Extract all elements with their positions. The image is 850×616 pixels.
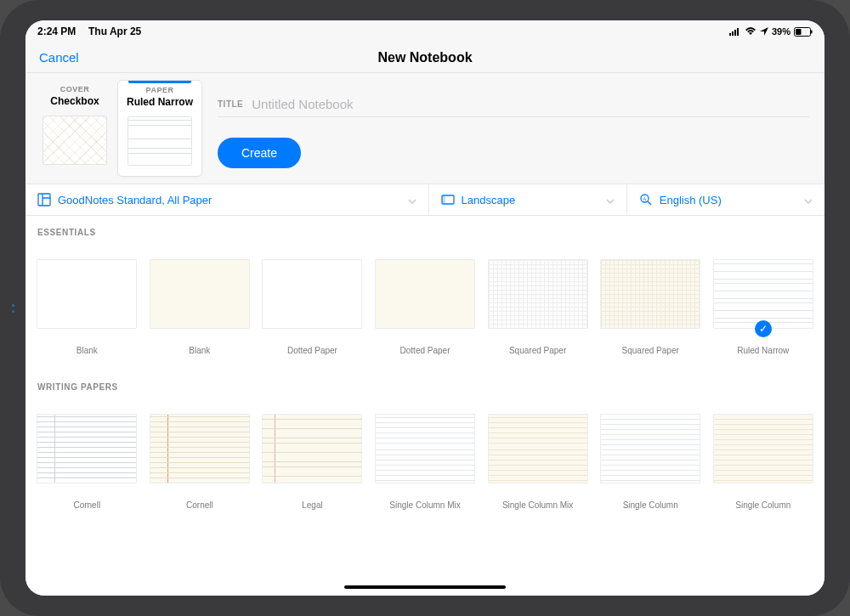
status-time: 2:24 PM bbox=[37, 25, 76, 37]
cancel-button[interactable]: Cancel bbox=[39, 50, 79, 65]
home-indicator[interactable] bbox=[344, 585, 506, 589]
svg-rect-11 bbox=[442, 195, 445, 204]
section-writing-header: WRITING PAPERS bbox=[34, 370, 816, 395]
status-bar: 2:24 PM Thu Apr 25 39% bbox=[26, 20, 824, 42]
svg-rect-2 bbox=[734, 30, 736, 36]
essentials-grid: Blank Blank Dotted Paper Dotted Paper Sq… bbox=[34, 240, 816, 355]
page-title: New Notebook bbox=[377, 50, 472, 65]
landscape-icon bbox=[441, 193, 455, 206]
language-filter[interactable]: A English (US) bbox=[627, 184, 824, 215]
cellular-icon bbox=[729, 27, 741, 36]
section-essentials-header: ESSENTIALS bbox=[34, 216, 816, 240]
nav-bar: Cancel New Notebook bbox=[26, 42, 824, 73]
chevron-down-icon bbox=[408, 194, 416, 206]
template-single-column-mix-yellow[interactable]: Single Column Mix bbox=[484, 414, 591, 510]
template-single-column-mix-white[interactable]: Single Column Mix bbox=[372, 414, 479, 510]
template-ruled-narrow[interactable]: ✓Ruled Narrow bbox=[710, 259, 816, 355]
language-icon: A bbox=[639, 193, 653, 206]
location-icon bbox=[760, 27, 768, 36]
template-dotted-white[interactable]: Dotted Paper bbox=[259, 259, 366, 355]
svg-rect-3 bbox=[737, 28, 739, 36]
template-cornell-yellow[interactable]: Cornell bbox=[147, 414, 253, 510]
battery-percent: 39% bbox=[772, 26, 790, 37]
selected-check-icon: ✓ bbox=[755, 320, 772, 337]
chevron-down-icon bbox=[606, 194, 615, 206]
paper-thumbnail bbox=[128, 116, 192, 166]
svg-line-13 bbox=[648, 201, 651, 205]
template-single-column-yellow[interactable]: Single Column bbox=[710, 414, 816, 510]
svg-rect-7 bbox=[38, 194, 50, 206]
svg-rect-1 bbox=[732, 31, 734, 36]
template-squared-yellow[interactable]: Squared Paper bbox=[598, 259, 704, 355]
create-button[interactable]: Create bbox=[218, 138, 301, 168]
paper-selector-card[interactable]: PAPER Ruled Narrow bbox=[117, 80, 202, 177]
title-label: TITLE bbox=[218, 99, 243, 109]
status-date: Thu Apr 25 bbox=[88, 25, 141, 37]
battery-icon bbox=[794, 27, 813, 37]
cover-selector-card[interactable]: COVER Checkbox bbox=[32, 80, 117, 177]
orientation-filter[interactable]: Landscape bbox=[429, 184, 627, 215]
template-cornell-white[interactable]: Cornell bbox=[34, 414, 140, 510]
template-blank-white[interactable]: Blank bbox=[34, 259, 140, 355]
svg-rect-5 bbox=[796, 29, 802, 35]
svg-rect-0 bbox=[729, 33, 731, 36]
svg-rect-6 bbox=[811, 30, 813, 33]
template-dotted-yellow[interactable]: Dotted Paper bbox=[372, 259, 479, 355]
paper-size-filter[interactable]: GoodNotes Standard, All Paper bbox=[26, 184, 429, 215]
chevron-down-icon bbox=[804, 194, 813, 206]
cover-thumbnail bbox=[42, 116, 107, 165]
template-legal[interactable]: Legal bbox=[259, 414, 366, 510]
template-blank-yellow[interactable]: Blank bbox=[147, 259, 253, 355]
template-single-column-white[interactable]: Single Column bbox=[598, 414, 704, 510]
notebook-title-input[interactable] bbox=[252, 97, 809, 111]
svg-text:A: A bbox=[643, 196, 647, 201]
template-squared-white[interactable]: Squared Paper bbox=[484, 259, 591, 355]
wifi-icon bbox=[745, 27, 756, 36]
writing-grid: Cornell Cornell Legal Single Column Mix … bbox=[34, 395, 816, 510]
template-icon bbox=[37, 193, 51, 206]
